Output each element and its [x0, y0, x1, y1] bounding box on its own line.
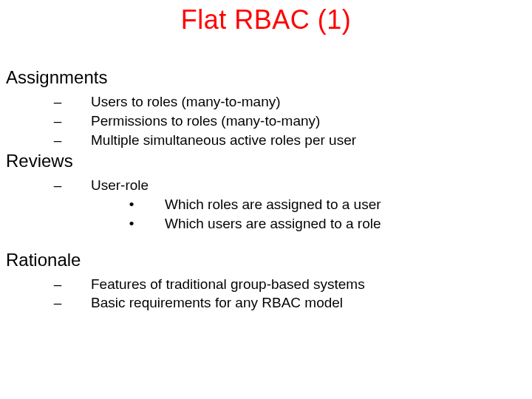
- list-item-text: Users to roles (many-to-many): [91, 93, 281, 111]
- bullet-icon: •: [120, 215, 143, 233]
- bullet-icon: •: [120, 196, 143, 214]
- list-item-text: Multiple simultaneous active roles per u…: [91, 132, 356, 149]
- dash-icon: –: [47, 132, 69, 149]
- section-heading-reviews: Reviews: [6, 150, 523, 172]
- list-item-text: Basic requirements for any RBAC model: [91, 294, 343, 312]
- section-heading-assignments: Assignments: [6, 66, 523, 89]
- list-item-text: Features of traditional group-based syst…: [91, 276, 365, 293]
- list-item: – Permissions to roles (many-to-many): [6, 112, 523, 130]
- sub-list-item: • Which roles are assigned to a user: [6, 196, 523, 214]
- slide-body: Assignments – Users to roles (many-to-ma…: [6, 66, 523, 313]
- dash-icon: –: [47, 276, 69, 293]
- slide: Flat RBAC (1) Assignments – Users to rol…: [0, 0, 532, 399]
- list-item: – User-role: [6, 177, 523, 194]
- list-item: – Multiple simultaneous active roles per…: [6, 132, 523, 149]
- list-item-text: User-role: [91, 177, 149, 194]
- sub-list-item-text: Which roles are assigned to a user: [165, 196, 381, 214]
- section-heading-rationale: Rationale: [6, 249, 523, 271]
- list-item: – Basic requirements for any RBAC model: [6, 294, 523, 312]
- sub-list-item-text: Which users are assigned to a role: [165, 215, 381, 233]
- sub-list-item: • Which users are assigned to a role: [6, 215, 523, 233]
- slide-title: Flat RBAC (1): [0, 4, 532, 35]
- list-item: – Users to roles (many-to-many): [6, 93, 523, 111]
- dash-icon: –: [47, 112, 69, 130]
- list-item-text: Permissions to roles (many-to-many): [91, 112, 320, 130]
- dash-icon: –: [47, 93, 69, 111]
- dash-icon: –: [47, 177, 69, 194]
- list-item: – Features of traditional group-based sy…: [6, 276, 523, 293]
- dash-icon: –: [47, 294, 69, 312]
